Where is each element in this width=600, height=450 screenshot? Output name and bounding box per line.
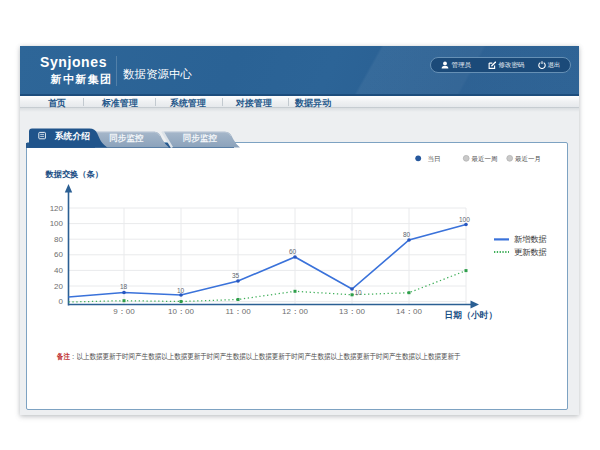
svg-text:10: 10: [355, 289, 363, 296]
svg-text:20: 20: [54, 282, 63, 291]
svg-text:40: 40: [54, 266, 63, 275]
svg-text:13：00: 13：00: [339, 307, 365, 316]
svg-text:同步监控: 同步监控: [183, 133, 218, 143]
svg-text:11：00: 11：00: [225, 307, 251, 316]
svg-text:10：00: 10：00: [168, 307, 194, 316]
svg-text:12：00: 12：00: [282, 307, 308, 316]
svg-text:120: 120: [50, 204, 64, 213]
svg-text:数据交换（条）: 数据交换（条）: [45, 169, 103, 179]
svg-text:35: 35: [232, 272, 240, 279]
svg-text:10: 10: [177, 287, 185, 294]
svg-text:80: 80: [54, 235, 63, 244]
svg-text:60: 60: [289, 248, 297, 255]
svg-text:0: 0: [59, 297, 64, 306]
svg-text:80: 80: [403, 231, 411, 238]
svg-text:系统介绍: 系统介绍: [54, 131, 90, 141]
svg-text:同步监控: 同步监控: [109, 133, 144, 143]
svg-text:日期（小时）: 日期（小时）: [445, 310, 498, 320]
svg-text:最近一周: 最近一周: [472, 155, 498, 162]
svg-text:14：00: 14：00: [396, 307, 422, 316]
svg-text:100: 100: [459, 216, 470, 223]
svg-text:60: 60: [54, 250, 63, 259]
svg-text:更新数据: 更新数据: [514, 248, 547, 257]
svg-text:新增数据: 新增数据: [514, 235, 547, 244]
svg-text:100: 100: [50, 219, 64, 228]
svg-text:9：00: 9：00: [113, 307, 135, 316]
svg-text:18: 18: [120, 283, 128, 290]
svg-text:当日: 当日: [428, 155, 441, 162]
